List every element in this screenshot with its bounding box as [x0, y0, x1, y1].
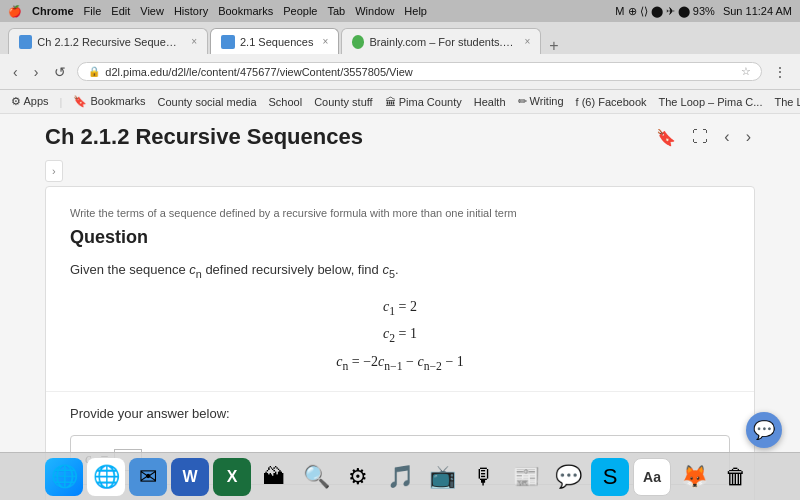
math-line-3: cn = −2cn−1 − cn−2 − 1: [70, 349, 730, 377]
page-content: Ch 2.1.2 Recursive Sequences 🔖 ⛶ ‹ › › W…: [0, 114, 800, 500]
sys-time: Sun 11:24 AM: [723, 5, 792, 17]
card-subtitle: Write the terms of a sequence defined by…: [70, 207, 730, 219]
dock-music[interactable]: 🎵: [381, 458, 419, 496]
expand-button[interactable]: ⛶: [688, 126, 712, 148]
dock-finder[interactable]: 🌐: [45, 458, 83, 496]
bookmark-county-stuff[interactable]: County stuff: [311, 95, 376, 109]
tab-favicon-2: [352, 35, 364, 49]
card-question-text: Given the sequence cn defined recursivel…: [70, 262, 730, 280]
dock-appletv[interactable]: 📺: [423, 458, 461, 496]
card-question-title: Question: [70, 227, 730, 248]
bookmark-health[interactable]: Health: [471, 95, 509, 109]
tab-0[interactable]: Ch 2.1.2 Recursive Sequences ×: [8, 28, 208, 54]
menu-history[interactable]: History: [174, 5, 208, 17]
tab-bar: Ch 2.1.2 Recursive Sequences × 2.1 Seque…: [0, 22, 800, 54]
tab-label-0: Ch 2.1.2 Recursive Sequences: [37, 36, 182, 48]
menu-window[interactable]: Window: [355, 5, 394, 17]
page-header-icons: 🔖 ⛶ ‹ ›: [652, 126, 755, 149]
dock-news[interactable]: 📰: [507, 458, 545, 496]
address-bar[interactable]: 🔒 d2l.pima.edu/d2l/le/content/475677/vie…: [77, 62, 762, 81]
tab-close-0[interactable]: ×: [191, 36, 197, 47]
tab-1[interactable]: 2.1 Sequences ×: [210, 28, 339, 54]
bookmark-apps[interactable]: ⚙ Apps: [8, 94, 52, 109]
menu-bookmarks[interactable]: Bookmarks: [218, 5, 273, 17]
sys-left: 🍎 Chrome File Edit View History Bookmark…: [8, 5, 427, 18]
sys-right: M ⊕ ⟨⟩ ⬤ ✈ ⬤ 93% Sun 11:24 AM: [615, 5, 792, 18]
tab-label-2: Brainly.com – For students. By s...: [369, 36, 515, 48]
sidebar-collapse-button[interactable]: ›: [45, 160, 63, 182]
menu-help[interactable]: Help: [404, 5, 427, 17]
bookmark-school[interactable]: School: [266, 95, 306, 109]
page-title: Ch 2.1.2 Recursive Sequences: [45, 124, 363, 150]
tab-favicon-1: [221, 35, 235, 49]
dock-photos[interactable]: 🏔: [255, 458, 293, 496]
menu-view[interactable]: View: [140, 5, 164, 17]
bookmark-loop2[interactable]: The Loop Completi...: [771, 95, 800, 109]
tab-close-2[interactable]: ×: [524, 36, 530, 47]
tab-label-1: 2.1 Sequences: [240, 36, 313, 48]
answer-section-label: Provide your answer below:: [70, 406, 730, 421]
new-tab-button[interactable]: +: [543, 38, 564, 54]
menu-people[interactable]: People: [283, 5, 317, 17]
dock-trash[interactable]: 🗑: [717, 458, 755, 496]
next-page-button[interactable]: ›: [742, 126, 755, 148]
bookmark-writing[interactable]: ✏ Writing: [515, 94, 567, 109]
tab-close-1[interactable]: ×: [322, 36, 328, 47]
bookmarks-bar: ⚙ Apps | 🔖 Bookmarks County social media…: [0, 90, 800, 114]
math-line-1: c1 = 2: [70, 294, 730, 322]
menu-edit[interactable]: Edit: [111, 5, 130, 17]
bookmark-bookmarks[interactable]: 🔖 Bookmarks: [70, 94, 148, 109]
tab-favicon-0: [19, 35, 32, 49]
section-divider: [46, 391, 754, 392]
dock-mail[interactable]: ✉: [129, 458, 167, 496]
forward-button[interactable]: ›: [29, 62, 44, 82]
dock-firefox[interactable]: 🦊: [675, 458, 713, 496]
bookmark-county-social[interactable]: County social media: [154, 95, 259, 109]
dock-skype[interactable]: S: [591, 458, 629, 496]
system-bar: 🍎 Chrome File Edit View History Bookmark…: [0, 0, 800, 22]
dock-messenger[interactable]: 💬: [549, 458, 587, 496]
dock-word[interactable]: W: [171, 458, 209, 496]
back-button[interactable]: ‹: [8, 62, 23, 82]
browser-window: Ch 2.1.2 Recursive Sequences × 2.1 Seque…: [0, 22, 800, 500]
dock-dictionary[interactable]: Aa: [633, 458, 671, 496]
bookmark-facebook[interactable]: f (6) Facebook: [573, 95, 650, 109]
dock-podcast[interactable]: 🎙: [465, 458, 503, 496]
bookmark-pima[interactable]: 🏛 Pima County: [382, 95, 465, 109]
dock-settings[interactable]: ⚙: [339, 458, 377, 496]
lock-icon: 🔒: [88, 66, 100, 77]
chat-bubble-button[interactable]: 💬: [746, 412, 782, 448]
menu-tab[interactable]: Tab: [327, 5, 345, 17]
dock-chrome[interactable]: 🌐: [87, 458, 125, 496]
bookmark-page-button[interactable]: 🔖: [652, 126, 680, 149]
math-block: c1 = 2 c2 = 1 cn = −2cn−1 − cn−2 − 1: [70, 294, 730, 377]
menu-file[interactable]: File: [84, 5, 102, 17]
bookmark-loop1[interactable]: The Loop – Pima C...: [656, 95, 766, 109]
nav-bar: ‹ › ↺ 🔒 d2l.pima.edu/d2l/le/content/4756…: [0, 54, 800, 90]
math-line-2: c2 = 1: [70, 321, 730, 349]
address-bar-icons: ☆: [741, 65, 751, 78]
apple-menu[interactable]: 🍎: [8, 5, 22, 18]
extensions-button[interactable]: ⋮: [768, 62, 792, 82]
dock-search[interactable]: 🔍: [297, 458, 335, 496]
url-text[interactable]: d2l.pima.edu/d2l/le/content/475677/viewC…: [105, 66, 736, 78]
tab-2[interactable]: Brainly.com – For students. By s... ×: [341, 28, 541, 54]
app-name[interactable]: Chrome: [32, 5, 74, 17]
prev-page-button[interactable]: ‹: [720, 126, 733, 148]
page-inner: Ch 2.1.2 Recursive Sequences 🔖 ⛶ ‹ › › W…: [35, 114, 765, 500]
dock-excel[interactable]: X: [213, 458, 251, 496]
dock: 🌐 🌐 ✉ W X 🏔 🔍 ⚙ 🎵 📺 🎙 📰 💬 S Aa 🦊 🗑: [0, 452, 800, 500]
page-header: Ch 2.1.2 Recursive Sequences 🔖 ⛶ ‹ ›: [45, 124, 755, 150]
star-icon[interactable]: ☆: [741, 65, 751, 78]
sys-icons: M ⊕ ⟨⟩ ⬤ ✈ ⬤ 93%: [615, 5, 715, 18]
reload-button[interactable]: ↺: [49, 62, 71, 82]
